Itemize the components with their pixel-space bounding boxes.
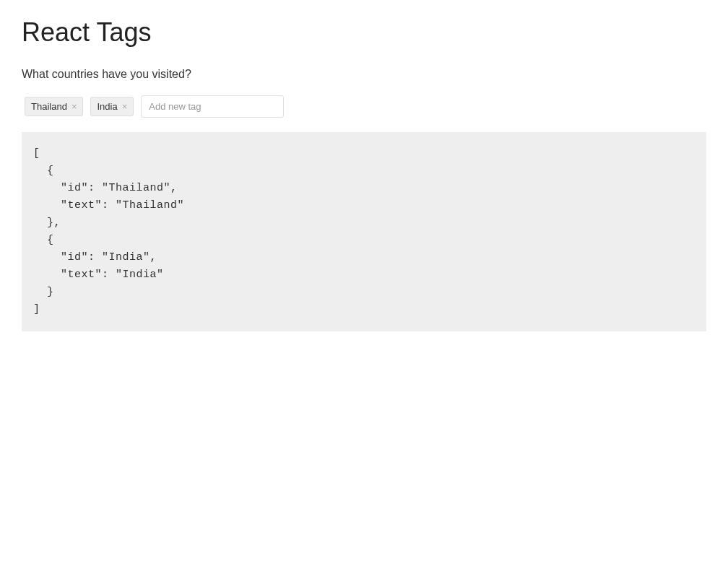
tag-item[interactable]: Thailand × — [25, 97, 83, 116]
tag-label: India — [97, 101, 117, 112]
tag-label: Thailand — [31, 101, 67, 112]
tags-container: Thailand × India × — [22, 95, 706, 118]
close-icon[interactable]: × — [122, 102, 128, 111]
tag-input[interactable] — [141, 95, 284, 118]
code-output: [ { "id": "Thailand", "text": "Thailand"… — [22, 132, 706, 331]
question-text: What countries have you visited? — [22, 68, 706, 81]
page-title: React Tags — [22, 17, 706, 48]
close-icon[interactable]: × — [72, 102, 77, 111]
tag-item[interactable]: India × — [90, 97, 134, 116]
